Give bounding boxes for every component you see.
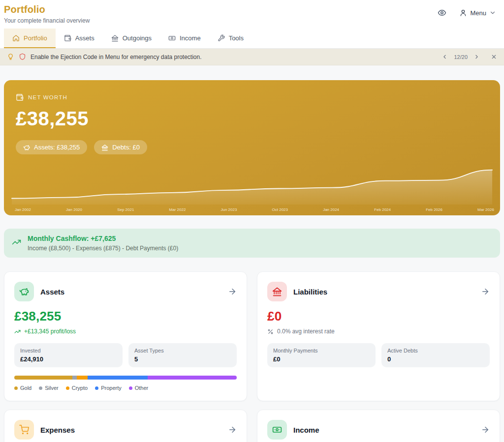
expenses-card-title: Expenses <box>40 426 228 434</box>
legend-dot <box>14 386 18 390</box>
arrow-right-icon[interactable] <box>481 287 490 296</box>
net-worth-header: NET WORTH <box>16 93 488 101</box>
assets-card-header: Assets <box>14 282 237 301</box>
stat-box-asset-types: Asset Types 5 <box>128 343 237 367</box>
allocation-segment-property <box>88 376 148 380</box>
shopping-cart-icon <box>19 425 29 435</box>
legend-dot <box>66 386 69 390</box>
chart-x-label: Jan 2024 <box>323 207 339 212</box>
arrow-right-icon[interactable] <box>481 425 490 434</box>
assets-badge <box>14 282 34 301</box>
page-subtitle: Your complete financial overview <box>4 17 90 24</box>
wrench-icon <box>218 34 225 42</box>
assets-pill-label: Assets: £38,255 <box>34 144 80 151</box>
net-worth-card: NET WORTH £38,255 Assets: £38,255 Debts:… <box>4 80 500 215</box>
liabilities-stats: Monthly Payments £0 Active Debts 0 <box>267 343 490 367</box>
legend-dot <box>129 386 132 390</box>
chart-x-label: Mar 2026 <box>477 207 494 212</box>
legend-dot <box>39 386 42 390</box>
lightbulb-icon <box>7 53 14 60</box>
chart-area-fill <box>12 170 492 205</box>
prev-tip-button[interactable] <box>441 54 448 60</box>
shield-icon <box>19 53 26 60</box>
stat-label: Active Debts <box>387 348 484 354</box>
menu-label: Menu <box>470 9 486 17</box>
debts-pill-label: Debts: £0 <box>112 144 140 151</box>
tab-label: Outgoings <box>123 34 152 42</box>
home-icon <box>12 34 20 42</box>
wallet-icon <box>16 93 24 101</box>
summary-cards-grid: Assets £38,255 +£13,345 profit/loss Inve… <box>4 271 500 442</box>
tab-portfolio[interactable]: Portfolio <box>4 29 56 48</box>
tab-tools[interactable]: Tools <box>209 29 252 48</box>
stat-box-invested: Invested £24,910 <box>14 343 123 367</box>
assets-change-label: +£13,345 profit/loss <box>24 328 76 335</box>
net-worth-label: NET WORTH <box>28 94 67 100</box>
arrow-right-icon[interactable] <box>228 425 237 434</box>
page-title: Portfolio <box>4 4 90 15</box>
close-tip-button[interactable] <box>491 54 497 60</box>
tab-income[interactable]: Income <box>160 29 209 48</box>
tip-content: Enable the Ejection Code in Menu for eme… <box>7 53 441 60</box>
assets-change: +£13,345 profit/loss <box>14 328 237 335</box>
debts-pill[interactable]: Debts: £0 <box>94 140 147 154</box>
cashflow-banner: Monthly Cashflow: +£7,625 Income (£8,500… <box>4 229 500 258</box>
percent-icon <box>267 328 274 335</box>
chart-x-axis-labels: Jan 2002Jan 2020Sep 2021Mar 2022Jun 2023… <box>15 207 494 212</box>
legend-item-property: Property <box>95 385 122 391</box>
tip-page-indicator: 12/20 <box>454 54 468 60</box>
liabilities-card-title: Liabilities <box>293 288 481 296</box>
stat-value: 0 <box>387 355 484 363</box>
legend-item-gold: Gold <box>14 385 32 391</box>
bank-icon <box>272 287 282 296</box>
stat-label: Asset Types <box>134 348 231 354</box>
assets-stats: Invested £24,910 Asset Types 5 <box>14 343 237 367</box>
tab-assets[interactable]: Assets <box>56 29 103 48</box>
eye-icon[interactable] <box>438 8 446 17</box>
income-badge <box>267 420 287 440</box>
expenses-card[interactable]: Expenses £875/mo <box>4 410 247 442</box>
chart-x-label: Jun 2023 <box>220 207 237 212</box>
liabilities-change: 0.0% avg interest rate <box>267 328 490 335</box>
tab-label: Assets <box>75 34 94 42</box>
allocation-legend: GoldSilverCryptoPropertyOther <box>14 385 237 391</box>
assets-pill[interactable]: Assets: £38,255 <box>16 140 87 154</box>
piggy-bank-icon <box>19 287 29 296</box>
next-tip-button[interactable] <box>473 54 480 60</box>
piggy-bank-icon <box>23 144 30 151</box>
legend-label: Crypto <box>72 385 88 391</box>
cashflow-text: Monthly Cashflow: +£7,625 Income (£8,500… <box>28 235 178 252</box>
net-worth-area-chart <box>10 161 494 205</box>
legend-label: Silver <box>45 385 59 391</box>
arrow-right-icon[interactable] <box>228 287 237 296</box>
stat-box-active-debts: Active Debts 0 <box>381 343 490 367</box>
legend-label: Other <box>135 385 149 391</box>
legend-item-other: Other <box>129 385 149 391</box>
tab-label: Income <box>180 34 201 42</box>
stat-label: Monthly Payments <box>273 348 370 354</box>
chart-x-label: Sep 2021 <box>117 207 134 212</box>
allocation-segment-other <box>148 376 237 380</box>
stat-label: Invested <box>20 348 117 354</box>
tab-outgoings[interactable]: Outgoings <box>103 29 160 48</box>
liabilities-value: £0 <box>267 309 490 324</box>
income-card[interactable]: Income £8,500/mo <box>257 410 500 442</box>
chart-x-label: Feb 2024 <box>374 207 391 212</box>
income-card-header: Income <box>267 420 490 440</box>
chart-x-label: Feb 2026 <box>426 207 442 212</box>
liabilities-card[interactable]: Liabilities £0 0.0% avg interest rate Mo… <box>257 271 500 401</box>
tip-pagination: 12/20 <box>441 54 497 60</box>
app-header: Portfolio Your complete financial overvi… <box>0 0 504 29</box>
tab-label: Tools <box>229 34 244 42</box>
assets-card-title: Assets <box>40 288 228 296</box>
trending-up-icon <box>14 328 21 335</box>
chevron-down-icon <box>489 9 496 16</box>
legend-label: Gold <box>20 385 32 391</box>
expenses-card-header: Expenses <box>14 420 237 440</box>
stat-value: £0 <box>273 355 370 363</box>
user-icon <box>459 9 467 17</box>
menu-button[interactable]: Menu <box>459 9 496 17</box>
assets-card[interactable]: Assets £38,255 +£13,345 profit/loss Inve… <box>4 271 247 401</box>
legend-item-crypto: Crypto <box>66 385 88 391</box>
liabilities-badge <box>267 282 287 301</box>
